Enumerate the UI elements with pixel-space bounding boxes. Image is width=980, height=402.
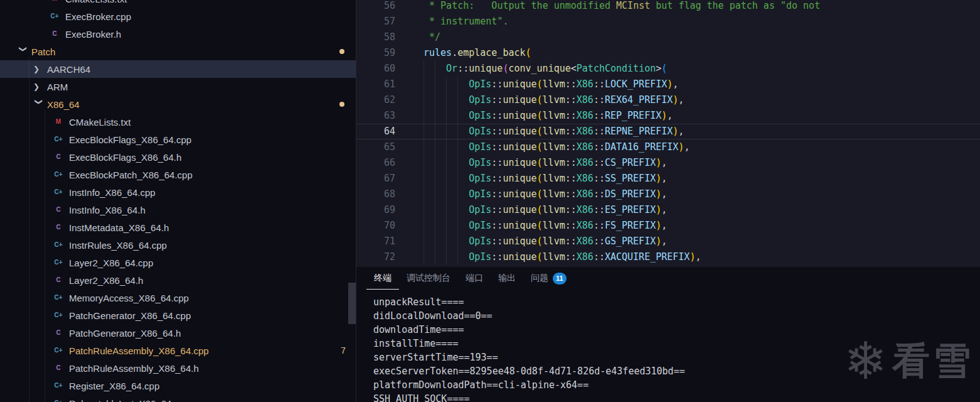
line-number: 66 <box>356 155 395 171</box>
explorer-file-Layer2_X86_64.h[interactable]: CLayer2_X86_64.h <box>0 271 356 289</box>
explorer-file-ExecBlockFlags_X86_64.h[interactable]: CExecBlockFlags_X86_64.h <box>0 148 356 166</box>
explorer-folder-ARM[interactable]: ❯ARM <box>0 78 356 95</box>
line-content: OpIs::unique(llvm::X86::DS_PREFIX), <box>395 187 667 202</box>
panel-tab-bar: 终端调试控制台端口输出问题11 <box>356 267 980 290</box>
explorer-file-CMakeLists.txt[interactable]: MCMakeLists.txt <box>0 0 356 8</box>
indent-guide <box>446 234 457 249</box>
cpp-file-icon: C+ <box>53 292 64 303</box>
indent-guide <box>457 218 469 234</box>
line-content: */ <box>395 30 440 45</box>
code-line-64[interactable]: 64OpIs::unique(llvm::X86::REPNE_PREFIX), <box>356 124 980 139</box>
code-line-60[interactable]: 60Or::unique(conv_unique<PatchCondition>… <box>356 61 980 77</box>
line-content: OpIs::unique(llvm::X86::ES_PREFIX), <box>395 202 667 218</box>
code-line-67[interactable]: 67OpIs::unique(llvm::X86::SS_PREFIX), <box>356 171 980 187</box>
indent-guide <box>435 92 446 108</box>
indent-guide <box>446 92 457 108</box>
code-line-71[interactable]: 71OpIs::unique(llvm::X86::GS_PREFIX), <box>356 234 980 249</box>
explorer-scrollbar[interactable] <box>348 0 356 402</box>
terminal-line: unpackResult==== <box>373 295 980 309</box>
line-number: 69 <box>356 202 395 218</box>
chevron-down-icon: ❯ <box>19 46 27 60</box>
code-line-58[interactable]: 58 */ <box>356 30 980 45</box>
code-line-56[interactable]: 56 * Patch: Output the unmodified MCInst… <box>356 0 980 14</box>
git-changes-badge: 7 <box>341 345 346 356</box>
explorer-file-ExecBroker.cpp[interactable]: C+ExecBroker.cpp <box>0 8 356 25</box>
panel-tab-label: 调试控制台 <box>407 273 450 284</box>
indent-guide <box>435 171 446 187</box>
tree-indent-guide <box>29 58 29 402</box>
explorer-file-PatchRuleAssembly_X86_64.cpp[interactable]: C+PatchRuleAssembly_X86_64.cpp7 <box>0 342 356 359</box>
explorer-scrollbar-thumb[interactable] <box>348 283 356 324</box>
explorer-folder-AARCH64[interactable]: ❯AARCH64 <box>0 60 356 78</box>
line-number: 56 <box>356 0 395 14</box>
explorer-file-PatchRuleAssembly_X86_64.h[interactable]: CPatchRuleAssembly_X86_64.h <box>0 359 356 377</box>
item-label: AARCH64 <box>47 64 90 75</box>
cmake-file-icon: M <box>49 0 60 4</box>
indent-guide <box>435 61 446 77</box>
line-content: OpIs::unique(llvm::X86::REPNE_PREFIX), <box>395 124 684 139</box>
line-content: rules.emplace_back( <box>395 45 531 61</box>
explorer-file-ExecBlockFlags_X86_64.cpp[interactable]: C+ExecBlockFlags_X86_64.cpp <box>0 131 356 148</box>
indent-guide <box>435 187 446 202</box>
code-line-65[interactable]: 65OpIs::unique(llvm::X86::DATA16_PREFIX)… <box>356 139 980 155</box>
code-line-62[interactable]: 62OpIs::unique(llvm::X86::REX64_PREFIX), <box>356 92 980 108</box>
explorer-folder-Patch[interactable]: ❯Patch <box>0 43 356 60</box>
indent-guide <box>423 92 435 108</box>
line-content: OpIs::unique(llvm::X86::REX64_PREFIX), <box>395 92 684 108</box>
line-number: 63 <box>356 108 395 124</box>
explorer-file-ExecBlockPatch_X86_64.cpp[interactable]: C+ExecBlockPatch_X86_64.cpp <box>0 166 356 183</box>
item-label: Patch <box>31 46 55 57</box>
line-content: OpIs::unique(llvm::X86::LOCK_PREFIX), <box>395 77 678 92</box>
item-label: ExecBlockPatch_X86_64.cpp <box>69 170 193 180</box>
explorer-file-PatchGenerator_X86_64.h[interactable]: CPatchGenerator_X86_64.h <box>0 324 356 342</box>
explorer-file-MemoryAccess_X86_64.cpp[interactable]: C+MemoryAccess_X86_64.cpp <box>0 289 356 307</box>
cpp-file-icon: C+ <box>53 239 64 251</box>
explorer-file-InstInfo_X86_64.cpp[interactable]: C+InstInfo_X86_64.cpp <box>0 183 356 201</box>
code-line-69[interactable]: 69OpIs::unique(llvm::X86::ES_PREFIX), <box>356 202 980 218</box>
terminal-output[interactable]: unpackResult====didLocalDownload==0==dow… <box>356 290 980 402</box>
h-file-icon: C <box>53 362 64 374</box>
explorer-folder-X86_64[interactable]: ❯X86_64 <box>0 95 356 113</box>
explorer-file-CMakeLists.txt[interactable]: MCMakeLists.txt <box>0 113 356 131</box>
indent-guide <box>435 108 446 124</box>
explorer-file-InstrRules_X86_64.cpp[interactable]: C+InstrRules_X86_64.cpp <box>0 236 356 254</box>
panel-tab-端口[interactable]: 端口 <box>458 267 491 290</box>
code-line-57[interactable]: 57 * instrument". <box>356 14 980 30</box>
explorer-file-Layer2_X86_64.cpp[interactable]: C+Layer2_X86_64.cpp <box>0 254 356 271</box>
explorer-file-InstMetadata_X86_64.h[interactable]: CInstMetadata_X86_64.h <box>0 219 356 236</box>
explorer-file-RelocatableInst_X86_64.cpp[interactable]: C+RelocatableInst_X86_64.cpp <box>0 394 356 402</box>
item-label: ExecBroker.cpp <box>65 11 131 22</box>
code-line-70[interactable]: 70OpIs::unique(llvm::X86::FS_PREFIX), <box>356 218 980 234</box>
panel-tab-label: 问题 <box>531 273 548 284</box>
line-content: OpIs::unique(llvm::X86::FS_PREFIX), <box>395 218 667 234</box>
modified-dot <box>339 102 344 107</box>
explorer-panel: MCMakeLists.txtC+ExecBroker.cppCExecBrok… <box>0 0 356 402</box>
indent-guide <box>446 218 457 234</box>
h-file-icon: C <box>53 274 64 286</box>
code-editor[interactable]: 56 * Patch: Output the unmodified MCInst… <box>356 0 980 266</box>
explorer-file-ExecBroker.h[interactable]: CExecBroker.h <box>0 25 356 43</box>
code-line-66[interactable]: 66OpIs::unique(llvm::X86::CS_PREFIX), <box>356 155 980 171</box>
line-content: OpIs::unique(llvm::X86::DATA16_PREFIX), <box>395 139 690 155</box>
code-line-68[interactable]: 68OpIs::unique(llvm::X86::DS_PREFIX), <box>356 187 980 202</box>
panel-tab-终端[interactable]: 终端 <box>366 267 399 290</box>
panel-tab-问题[interactable]: 问题11 <box>523 267 574 290</box>
explorer-file-Register_X86_64.cpp[interactable]: C+Register_X86_64.cpp <box>0 377 356 394</box>
code-line-59[interactable]: 59rules.emplace_back( <box>356 45 980 61</box>
panel-tab-label: 端口 <box>466 273 483 284</box>
indent-guide <box>435 202 446 218</box>
panel-tab-调试控制台[interactable]: 调试控制台 <box>399 267 458 290</box>
explorer-file-InstInfo_X86_64.h[interactable]: CInstInfo_X86_64.h <box>0 201 356 219</box>
line-content: OpIs::unique(llvm::X86::XACQUIRE_PREFIX)… <box>395 249 701 265</box>
h-file-icon: C <box>53 327 64 339</box>
panel-tab-输出[interactable]: 输出 <box>491 267 523 290</box>
code-line-63[interactable]: 63OpIs::unique(llvm::X86::REP_PREFIX), <box>356 108 980 124</box>
code-line-61[interactable]: 61OpIs::unique(llvm::X86::LOCK_PREFIX), <box>356 77 980 92</box>
explorer-file-PatchGenerator_X86_64.cpp[interactable]: C+PatchGenerator_X86_64.cpp <box>0 307 356 324</box>
h-file-icon: C <box>49 28 60 40</box>
code-line-72[interactable]: 72OpIs::unique(llvm::X86::XACQUIRE_PREFI… <box>356 249 980 265</box>
item-label: X86_64 <box>47 99 80 110</box>
chevron-right-icon: ❯ <box>33 83 47 90</box>
cpp-file-icon: C+ <box>53 257 64 268</box>
cpp-file-icon: C+ <box>53 310 64 321</box>
